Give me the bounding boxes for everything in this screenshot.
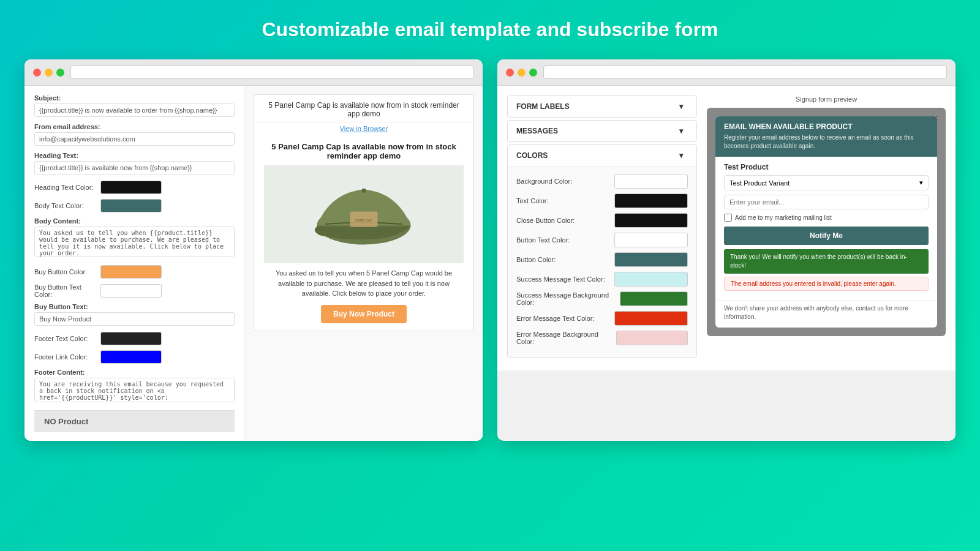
close-btn-color-input[interactable] (614, 213, 688, 228)
traffic-light-red[interactable] (33, 69, 41, 77)
email-cap-image: CAMP CAP (264, 165, 464, 263)
messages-label: MESSAGES (516, 127, 558, 135)
btn-color-input[interactable] (614, 252, 688, 267)
email-preview-body-text: You asked us to tell you when 5 Panel Ca… (264, 268, 464, 299)
heading-color-swatch[interactable] (100, 181, 162, 194)
footer-text-color-swatch[interactable] (100, 332, 162, 345)
footer-link-color-row: Footer Link Color: (34, 350, 235, 364)
footer-link-color-swatch[interactable] (100, 350, 162, 364)
body-content-group: Body Content: You asked us to tell you w… (34, 217, 235, 259)
success-bg-color-input[interactable] (620, 291, 688, 306)
btn-text-color-label: Button Text Color: (516, 236, 570, 244)
right-titlebar (497, 59, 956, 86)
form-settings-panel: FORM LABELS ▾ MESSAGES ▾ COLORS ▾ (507, 96, 697, 361)
text-color-row: Text Color: (516, 193, 688, 208)
from-email-label: From email address: (34, 123, 235, 130)
from-email-input[interactable] (34, 132, 235, 146)
signup-card: ✕ EMAIL WHEN AVAILABLE PRODUCT Register … (707, 108, 946, 336)
footer-text-color-row: Footer Text Color: (34, 332, 235, 345)
footer-content-textarea[interactable]: You are receiving this email because you… (34, 378, 235, 402)
heading-text-input[interactable] (34, 161, 235, 174)
traffic-light-yellow-r[interactable] (518, 69, 526, 77)
page-title: Customizable email template and subscrib… (262, 18, 718, 41)
email-preview-card: 5 Panel Camp Cap is available now from i… (254, 94, 474, 331)
success-text-color-input[interactable] (614, 272, 688, 287)
text-color-input[interactable] (614, 193, 688, 208)
subject-label: Subject: (34, 94, 235, 102)
form-labels-chevron-icon: ▾ (679, 102, 688, 111)
signup-card-inner: EMAIL WHEN AVAILABLE PRODUCT Register yo… (715, 116, 937, 328)
signup-checkbox-row: Add me to my marketing mailing list (724, 214, 929, 222)
body-content-textarea[interactable]: You asked us to tell you when {{product.… (34, 227, 235, 257)
svg-point-1 (361, 189, 366, 193)
messages-chevron-icon: ▾ (679, 127, 688, 135)
error-bg-color-label: Error Message Background Color: (516, 331, 616, 345)
colors-label: COLORS (516, 151, 548, 160)
btn-text-color-input[interactable] (614, 233, 688, 247)
signup-email-input[interactable] (724, 195, 929, 209)
buy-now-button[interactable]: Buy Now Product (321, 305, 407, 323)
right-browser-window: FORM LABELS ▾ MESSAGES ▾ COLORS ▾ (497, 59, 956, 441)
buy-btn-text-color-swatch[interactable] (100, 284, 162, 298)
traffic-light-yellow[interactable] (45, 69, 53, 77)
signup-success-message: Thank you! We will notify you when the p… (724, 249, 929, 274)
btn-text-color-row: Button Text Color: (516, 233, 688, 247)
error-bg-color-row: Error Message Background Color: (516, 331, 688, 345)
signup-footer-text: We don't share your address with anybody… (715, 300, 937, 328)
email-preview-title: 5 Panel Camp Cap is available now from i… (264, 142, 464, 160)
signup-error-message: The email address you entered is invalid… (724, 277, 929, 291)
error-bg-color-input[interactable] (616, 331, 688, 345)
close-btn-color-label: Close Button Color: (516, 217, 575, 224)
error-text-color-label: Error Message Text Color: (516, 315, 595, 322)
buy-btn-color-row: Buy Button Color: (34, 265, 235, 279)
colors-accordion: COLORS ▾ Background Color: Text Color: (507, 144, 697, 358)
signup-close-button[interactable]: ✕ (930, 113, 941, 124)
from-email-group: From email address: (34, 123, 235, 146)
heading-text-label: Heading Text: (34, 152, 235, 159)
colors-chevron-icon: ▾ (679, 151, 688, 160)
signup-variant-select[interactable]: Test Product Variant ▾ (724, 175, 929, 190)
traffic-light-green-r[interactable] (529, 69, 537, 77)
success-text-color-label: Success Message Text Color: (516, 276, 605, 283)
signup-body: Test Product Test Product Variant ▾ Add … (715, 157, 937, 300)
signup-variant-label: Test Product Variant (729, 179, 790, 187)
url-bar-left[interactable] (70, 66, 474, 79)
select-chevron-icon: ▾ (919, 179, 923, 187)
bg-color-label: Background Color: (516, 178, 572, 185)
traffic-light-red-r[interactable] (506, 69, 514, 77)
success-text-color-row: Success Message Text Color: (516, 272, 688, 287)
bg-color-input[interactable] (614, 174, 688, 189)
text-color-label: Text Color: (516, 197, 549, 204)
colors-header[interactable]: COLORS ▾ (508, 145, 696, 166)
signup-preview-wrapper: Signup form preview ✕ EMAIL WHEN AVAILAB… (707, 96, 946, 361)
windows-container: Subject: From email address: Heading Tex… (24, 59, 956, 441)
buy-btn-color-swatch[interactable] (100, 265, 162, 279)
buy-btn-text-color-row: Buy Button Text Color: (34, 283, 235, 298)
signup-product-name: Test Product (724, 163, 929, 171)
url-bar-right[interactable] (543, 66, 947, 79)
body-text-color-swatch[interactable] (100, 199, 162, 212)
messages-header[interactable]: MESSAGES ▾ (508, 121, 696, 141)
body-text-color-row: Body Text Color: (34, 199, 235, 212)
btn-color-label: Button Color: (516, 256, 556, 263)
heading-color-row: Heading Text Color: (34, 181, 235, 194)
footer-link-color-label: Footer Link Color: (34, 353, 96, 361)
marketing-checkbox-label: Add me to my marketing mailing list (735, 214, 832, 221)
notify-me-button[interactable]: Notify Me (724, 227, 929, 245)
btn-color-row: Button Color: (516, 252, 688, 267)
error-text-color-input[interactable] (614, 311, 688, 326)
buy-btn-text-group: Buy Button Text: (34, 303, 235, 326)
traffic-light-green[interactable] (56, 69, 64, 77)
colors-body: Background Color: Text Color: Close Butt… (508, 166, 696, 358)
signup-header: EMAIL WHEN AVAILABLE PRODUCT Register yo… (715, 116, 937, 157)
close-btn-color-row: Close Button Color: (516, 213, 688, 228)
buy-btn-text-input[interactable] (34, 312, 235, 326)
marketing-checkbox[interactable] (724, 214, 732, 222)
subject-group: Subject: (34, 94, 235, 117)
heading-text-group: Heading Text: (34, 152, 235, 174)
form-labels-header[interactable]: FORM LABELS ▾ (508, 96, 696, 117)
view-in-browser-link[interactable]: View in Browser (254, 122, 473, 135)
form-labels-accordion: FORM LABELS ▾ (507, 96, 697, 118)
subject-input[interactable] (34, 103, 235, 117)
buy-btn-text-label: Buy Button Text: (34, 303, 235, 310)
